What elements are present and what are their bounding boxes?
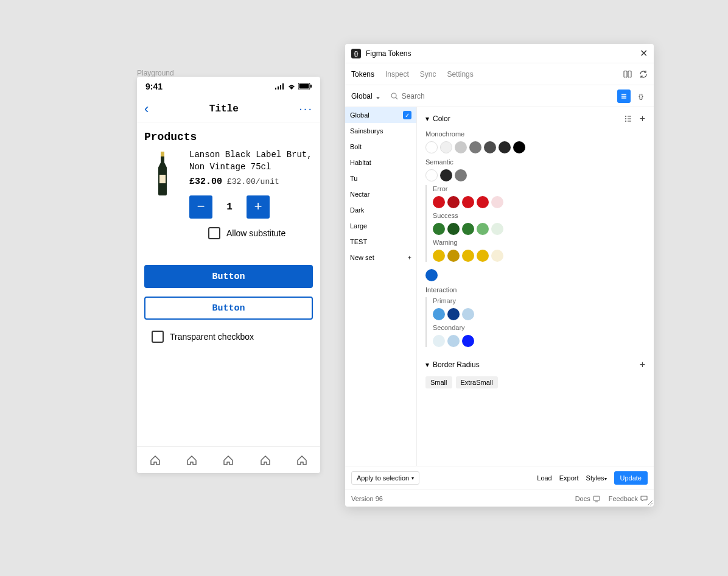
color-swatch[interactable] [477, 250, 489, 262]
border-radius-toggle[interactable]: ▾ Border Radius [425, 360, 480, 369]
color-swatch[interactable] [425, 269, 438, 281]
more-button[interactable]: ··· [299, 102, 313, 116]
book-icon[interactable] [623, 70, 632, 79]
tokens-panel: {} Figma Tokens ✕ Tokens Inspect Sync Se… [345, 44, 654, 507]
color-swatch[interactable] [477, 196, 489, 208]
color-section-header: ▾ Color + [425, 113, 645, 124]
color-swatch[interactable] [447, 335, 460, 347]
tab-home-5[interactable] [296, 455, 307, 466]
color-swatch[interactable] [433, 196, 445, 208]
nav-bar: ‹ Title ··· [137, 96, 320, 122]
search-input[interactable] [402, 92, 475, 100]
color-swatch[interactable] [455, 141, 467, 153]
border-radius-section-header: ▾ Border Radius + [425, 359, 645, 370]
color-swatch[interactable] [440, 141, 452, 153]
color-swatch[interactable] [513, 141, 525, 153]
caret-down-icon: ▾ [425, 360, 429, 369]
color-swatch[interactable] [477, 223, 489, 235]
tab-tokens[interactable]: Tokens [351, 70, 374, 79]
color-swatch[interactable] [462, 308, 474, 320]
color-swatch[interactable] [425, 169, 438, 181]
view-json-button[interactable]: {} [634, 90, 648, 103]
apply-selection-dropdown[interactable]: Apply to selection ▾ [351, 471, 419, 485]
close-button[interactable]: ✕ [640, 47, 648, 59]
new-set-button[interactable]: New set + [345, 250, 416, 265]
qty-decrease-button[interactable]: − [189, 195, 212, 219]
sidebar-item-tu[interactable]: Tu [345, 170, 416, 186]
tab-settings[interactable]: Settings [447, 70, 473, 79]
product-unit-price: £32.00/unit [227, 177, 279, 186]
styles-dropdown[interactable]: Styles▾ [586, 474, 607, 482]
sidebar-item-habitat[interactable]: Habitat [345, 155, 416, 170]
secondary-button[interactable]: Button [144, 297, 313, 320]
tabs-row: Tokens Inspect Sync Settings [345, 63, 654, 85]
docs-link[interactable]: Docs [575, 495, 600, 502]
color-swatch[interactable] [462, 223, 474, 235]
panel-bottom: Version 96 Docs Feedback [345, 490, 654, 507]
color-swatch[interactable] [447, 196, 460, 208]
color-section-label: Color [433, 114, 450, 123]
export-button[interactable]: Export [559, 474, 579, 482]
color-swatch[interactable] [462, 335, 474, 347]
color-swatch[interactable] [425, 141, 438, 153]
color-swatch[interactable] [469, 141, 481, 153]
sidebar-item-dark[interactable]: Dark [345, 202, 416, 218]
color-swatch[interactable] [440, 169, 452, 181]
color-swatch[interactable] [447, 308, 460, 320]
add-radius-button[interactable]: + [640, 359, 645, 370]
color-section-toggle[interactable]: ▾ Color [425, 114, 450, 123]
sidebar-item-bolt[interactable]: Bolt [345, 139, 416, 155]
sidebar-item-test[interactable]: TEST [345, 234, 416, 250]
color-swatch[interactable] [455, 169, 467, 181]
feedback-link[interactable]: Feedback [609, 495, 648, 502]
products-heading: Products [137, 122, 320, 149]
svg-point-15 [625, 118, 626, 119]
qty-increase-button[interactable]: + [247, 195, 270, 219]
chip-small[interactable]: Small [425, 376, 452, 388]
color-swatch[interactable] [491, 196, 503, 208]
sidebar-item-large[interactable]: Large [345, 218, 416, 234]
transparent-checkbox[interactable] [152, 331, 164, 343]
update-button[interactable]: Update [614, 471, 648, 485]
color-swatch[interactable] [433, 308, 445, 320]
allow-substitute-checkbox[interactable] [208, 227, 220, 239]
warning-swatches [433, 250, 645, 262]
color-swatch[interactable] [499, 141, 511, 153]
back-button[interactable]: ‹ [144, 101, 149, 117]
color-swatch[interactable] [491, 250, 503, 262]
error-swatches [433, 196, 645, 208]
chip-extrasmall[interactable]: ExtraSmall [456, 376, 498, 388]
color-swatch[interactable] [484, 141, 496, 153]
load-button[interactable]: Load [537, 474, 551, 482]
wifi-icon [287, 83, 296, 90]
list-view-icon[interactable] [624, 114, 632, 123]
color-swatch[interactable] [447, 250, 460, 262]
add-token-button[interactable]: + [640, 113, 645, 124]
tab-inspect[interactable]: Inspect [385, 70, 409, 79]
tab-home-2[interactable] [186, 455, 197, 466]
set-dropdown[interactable]: Global ⌄ [351, 92, 381, 100]
color-swatch[interactable] [447, 223, 460, 235]
view-list-button[interactable] [617, 90, 631, 103]
sidebar-item-nectar[interactable]: Nectar [345, 186, 416, 202]
checkbox-checked-icon[interactable]: ✓ [403, 111, 411, 119]
tab-home-4[interactable] [260, 455, 271, 466]
resize-handle-icon[interactable] [646, 499, 653, 505]
sidebar-item-label: Habitat [350, 159, 371, 166]
refresh-icon[interactable] [639, 70, 648, 79]
primary-button[interactable]: Button [144, 265, 313, 288]
color-swatch[interactable] [433, 250, 445, 262]
sidebar-item-sainsburys[interactable]: Sainsburys [345, 123, 416, 139]
svg-point-13 [625, 116, 626, 117]
tab-home-3[interactable] [223, 455, 234, 466]
warning-label: Warning [433, 239, 645, 246]
color-swatch[interactable] [433, 223, 445, 235]
color-swatch[interactable] [491, 223, 503, 235]
tab-sync[interactable]: Sync [420, 70, 436, 79]
color-swatch[interactable] [462, 196, 474, 208]
toolbar-row: Global ⌄ {} [345, 85, 654, 107]
sidebar-item-global[interactable]: Global ✓ [345, 107, 416, 123]
color-swatch[interactable] [462, 250, 474, 262]
tab-home-1[interactable] [150, 455, 161, 466]
color-swatch[interactable] [433, 335, 445, 347]
